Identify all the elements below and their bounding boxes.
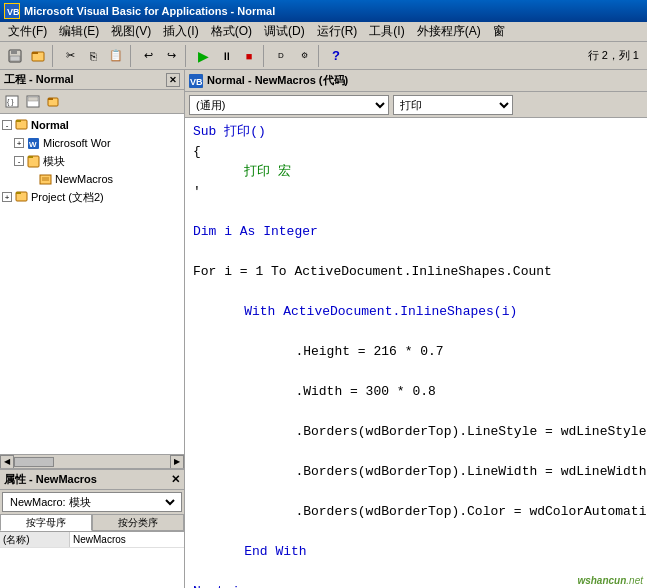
props-tab-alpha[interactable]: 按字母序 [0, 514, 92, 531]
proj-toggle-folders-btn[interactable] [44, 93, 64, 111]
proj-view-code-btn[interactable]: { } [2, 93, 22, 111]
code-line-4: ' [193, 182, 639, 202]
code-line-9 [193, 282, 639, 302]
tree-label-msword: Microsoft Wor [43, 137, 111, 149]
svg-text:{  }: { } [7, 98, 14, 106]
svg-text:W: W [29, 140, 37, 149]
toolbar: ✂ ⎘ 📋 ↩ ↪ ▶ ⏸ ■ D ⚙ ? 行 2，列 1 [0, 42, 647, 70]
tb-cut-btn[interactable]: ✂ [59, 45, 81, 67]
svg-text:VB: VB [190, 77, 203, 87]
props-close-btn[interactable]: ✕ [171, 473, 180, 486]
expand-modules[interactable]: - [14, 156, 24, 166]
tb-design-btn[interactable]: ⚙ [293, 45, 315, 67]
project-close-btn[interactable]: ✕ [166, 73, 180, 87]
toolbar-sep-2 [130, 45, 134, 67]
menu-format[interactable]: 格式(O) [205, 22, 258, 41]
menu-view[interactable]: 视图(V) [105, 22, 157, 41]
tb-undo-btn[interactable]: ↩ [137, 45, 159, 67]
expand-msword[interactable]: + [14, 138, 24, 148]
title-icon: VB [4, 3, 20, 19]
svg-rect-12 [48, 98, 53, 100]
tb-open-btn[interactable] [27, 45, 49, 67]
tb-run-btn[interactable]: ▶ [192, 45, 214, 67]
title-bar: VB Microsoft Visual Basic for Applicatio… [0, 0, 647, 22]
watermark-logo: shancun [585, 575, 626, 586]
menu-file[interactable]: 文件(F) [2, 22, 53, 41]
code-line-10: With ActiveDocument.InlineShapes(i) [193, 302, 639, 322]
tree-item-newmacros[interactable]: NewMacros [0, 170, 184, 188]
code-line-20: .Borders(wdBorderTop).Color = wdColorAut… [193, 502, 639, 522]
proj-view-form-btn[interactable] [23, 93, 43, 111]
svg-rect-23 [16, 192, 21, 194]
props-grid: (名称) NewMacros [0, 532, 184, 588]
tb-debug-btn[interactable]: D [270, 45, 292, 67]
props-object-select[interactable]: NewMacro: 模块 [6, 495, 178, 509]
project-header: 工程 - Normal ✕ [0, 70, 184, 90]
code-line-15 [193, 402, 639, 422]
expand-project2[interactable]: + [2, 192, 12, 202]
expand-normal[interactable]: - [2, 120, 12, 130]
procedure-select[interactable]: 打印 [393, 95, 513, 115]
svg-rect-6 [32, 52, 38, 54]
main-layout: 工程 - Normal ✕ { } - [0, 70, 647, 588]
menu-edit[interactable]: 编辑(E) [53, 22, 105, 41]
props-header: 属性 - NewMacros ✕ [0, 470, 184, 490]
tree-item-modules[interactable]: - 模块 [0, 152, 184, 170]
code-line-14: .Width = 300 * 0.8 [193, 382, 639, 402]
tree-item-project2[interactable]: + Project (文档2) [0, 188, 184, 206]
project-panel: 工程 - Normal ✕ { } - [0, 70, 184, 468]
code-line-21 [193, 522, 639, 542]
svg-rect-10 [28, 97, 38, 101]
props-dropdown-container[interactable]: NewMacro: 模块 [2, 492, 182, 512]
object-select[interactable]: (通用) [189, 95, 389, 115]
normal-icon [14, 118, 28, 132]
watermark: wshancun.net [577, 575, 643, 586]
svg-rect-18 [28, 156, 33, 158]
code-header-icon: VB [189, 74, 203, 88]
tree-item-normal[interactable]: - Normal [0, 116, 184, 134]
toolbar-sep-1 [52, 45, 56, 67]
tb-redo-btn[interactable]: ↪ [160, 45, 182, 67]
tb-pause-btn[interactable]: ⏸ [215, 45, 237, 67]
menu-addins[interactable]: 外接程序(A) [411, 22, 487, 41]
project-toolbar: { } [0, 90, 184, 114]
svg-rect-3 [11, 50, 17, 54]
hscroll-right[interactable]: ▶ [170, 455, 184, 469]
menu-insert[interactable]: 插入(I) [157, 22, 204, 41]
code-line-24: Next i [193, 582, 639, 588]
props-tab-category[interactable]: 按分类序 [92, 514, 184, 531]
code-line-18: .Borders(wdBorderTop).LineWidth = wdLine… [193, 462, 639, 482]
props-tabs: 按字母序 按分类序 [0, 514, 184, 532]
tb-stop-btn[interactable]: ■ [238, 45, 260, 67]
menu-run[interactable]: 运行(R) [311, 22, 364, 41]
tb-paste-btn[interactable]: 📋 [105, 45, 127, 67]
title-text: Microsoft Visual Basic for Applications … [24, 5, 275, 17]
code-line-13 [193, 362, 639, 382]
props-key-name: (名称) [0, 532, 70, 547]
newmacros-icon [38, 172, 52, 186]
tree-label-project2: Project (文档2) [31, 190, 104, 205]
tb-save-btn[interactable] [4, 45, 26, 67]
hscroll-left[interactable]: ◀ [0, 455, 14, 469]
svg-rect-19 [40, 175, 51, 184]
code-line-8: For i = 1 To ActiveDocument.InlineShapes… [193, 262, 639, 282]
tree-label-newmacros: NewMacros [55, 173, 113, 185]
tree-label-modules: 模块 [43, 154, 65, 169]
code-line-22: End With [193, 542, 639, 562]
tb-help-btn[interactable]: ? [325, 45, 347, 67]
toolbar-sep-3 [185, 45, 189, 67]
hscroll-track[interactable] [14, 456, 170, 468]
tree-item-msword[interactable]: + W Microsoft Wor [0, 134, 184, 152]
code-line-12: .Height = 216 * 0.7 [193, 342, 639, 362]
menu-debug[interactable]: 调试(D) [258, 22, 311, 41]
code-line-23 [193, 562, 639, 582]
tb-copy-btn[interactable]: ⎘ [82, 45, 104, 67]
svg-rect-14 [16, 120, 21, 122]
menu-window[interactable]: 窗 [487, 22, 511, 41]
code-area[interactable]: Sub 打印() { 打印 宏 ' Dim i As Integer For i… [185, 118, 647, 588]
menu-tools[interactable]: 工具(I) [363, 22, 410, 41]
code-line-2: { [193, 142, 639, 162]
code-line-1: Sub 打印() [193, 122, 639, 142]
svg-text:VB: VB [7, 7, 19, 17]
props-val-name[interactable]: NewMacros [70, 532, 184, 547]
